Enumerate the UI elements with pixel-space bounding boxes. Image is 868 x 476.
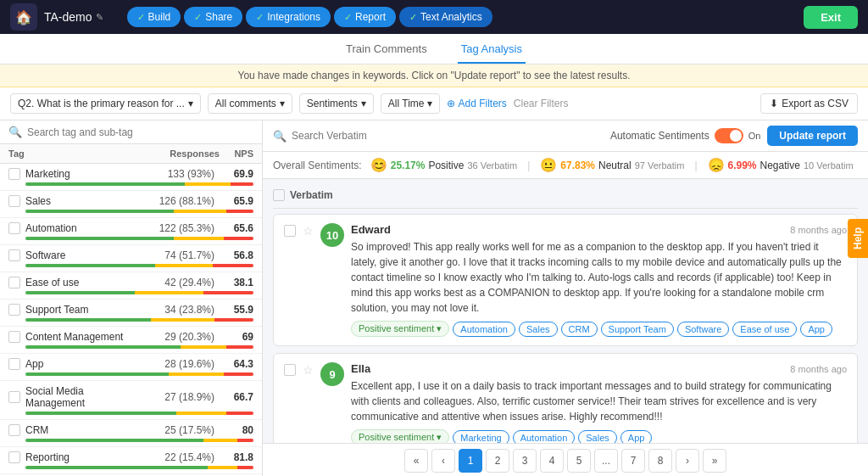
tag-checkbox[interactable] [8, 195, 20, 207]
time-filter[interactable]: All Time ▾ [381, 93, 441, 114]
nav-share[interactable]: ✓ Share [184, 7, 242, 27]
tag-row[interactable]: Content Management 29 (20.3%) 69 [0, 327, 262, 354]
negative-face-icon: 😞 [708, 157, 725, 173]
tag-row[interactable]: Social Media Management 27 (18.9%) 66.7 [0, 381, 262, 420]
tag-chip[interactable]: Automation [513, 430, 576, 444]
tag-chip[interactable]: App [620, 430, 653, 444]
tag-row[interactable]: Reporting 22 (15.4%) 81.8 [0, 447, 262, 474]
help-tab[interactable]: Help [848, 218, 868, 257]
page-last-button[interactable]: » [703, 449, 726, 473]
tag-responses: 34 (23.8%) [138, 304, 214, 316]
nav-text-analytics[interactable]: ✓ Text Analytics [399, 7, 492, 27]
tag-nps: 81.8 [220, 451, 253, 463]
add-filter-button[interactable]: ⊕ Add Filters [447, 98, 506, 109]
select-all-checkbox[interactable] [273, 189, 285, 201]
tag-nps: 64.3 [220, 358, 253, 370]
auto-sentiment-toggle: Automatic Sentiments On [610, 128, 760, 143]
clear-filter-button[interactable]: Clear Filters [514, 98, 569, 109]
tag-row[interactable]: Sales 126 (88.1%) 65.9 [0, 191, 262, 218]
tag-table: Tag Responses NPS Marketing 133 (93%) 69… [0, 144, 262, 476]
page-8-button[interactable]: 8 [648, 449, 672, 473]
top-nav: 🏠 TA-demo ✎ ✓ Build ✓ Share ✓ Integratio… [0, 0, 868, 34]
tag-checkbox[interactable] [8, 391, 20, 403]
tag-responses: 22 (15.4%) [138, 451, 214, 463]
comment-type-filter[interactable]: All comments ▾ [208, 93, 292, 114]
tag-chip[interactable]: CRM [561, 322, 598, 337]
tag-bar [25, 237, 253, 240]
question-filter[interactable]: Q2. What is the primary reason for ... ▾ [10, 93, 201, 114]
tag-checkbox[interactable] [8, 424, 20, 436]
tag-row[interactable]: Marketing 133 (93%) 69.9 [0, 164, 262, 191]
comment-text: Excellent app, I use it on a daily basis… [351, 378, 847, 424]
tag-chip[interactable]: Sales [519, 322, 558, 337]
chevron-down-icon: ▾ [361, 98, 366, 109]
page-prev-button[interactable]: ‹ [431, 449, 455, 473]
tag-chip[interactable]: Ease of use [732, 322, 797, 337]
page-2-button[interactable]: 2 [486, 449, 509, 473]
star-icon[interactable]: ☆ [303, 224, 314, 238]
tag-checkbox[interactable] [8, 304, 20, 316]
comment-tags: Positive sentiment ▾MarketingAutomationS… [351, 429, 847, 443]
tag-chip[interactable]: App [800, 322, 832, 337]
tag-chip[interactable]: Sales [578, 430, 617, 444]
tag-checkbox[interactable] [8, 358, 20, 370]
tag-chip[interactable]: Support Team [601, 322, 674, 337]
tag-checkbox[interactable] [8, 222, 20, 234]
page-1-button[interactable]: 1 [459, 449, 482, 473]
tag-row[interactable]: Software 74 (51.7%) 56.8 [0, 245, 262, 272]
comment-checkbox[interactable] [284, 364, 296, 376]
nav-integrations[interactable]: ✓ Integrations [246, 7, 331, 27]
verbatim-search-input[interactable] [292, 130, 419, 142]
export-csv-button[interactable]: ⬇ Export as CSV [760, 93, 858, 114]
page-4-button[interactable]: 4 [540, 449, 564, 473]
page-next-button[interactable]: › [676, 449, 699, 473]
tag-chip[interactable]: Software [677, 322, 729, 337]
tag-name: CRM [25, 424, 133, 436]
page-3-button[interactable]: 3 [513, 449, 537, 473]
comment-text: So improved! This app really works well … [351, 239, 847, 316]
update-report-button[interactable]: Update report [767, 126, 858, 146]
tag-row[interactable]: Support Team 34 (23.8%) 55.9 [0, 300, 262, 327]
exit-button[interactable]: Exit [804, 6, 858, 29]
verbatim-search-container: 🔍 [273, 130, 604, 143]
comment-checkbox[interactable] [284, 225, 296, 237]
tag-name: Software [25, 249, 133, 261]
author-row: Ella 8 months ago [351, 362, 847, 375]
nav-report[interactable]: ✓ Report [334, 7, 396, 27]
star-icon[interactable]: ☆ [303, 363, 314, 377]
sep1: | [527, 160, 530, 171]
tag-checkbox[interactable] [8, 249, 20, 261]
tag-row[interactable]: App 28 (19.6%) 64.3 [0, 354, 262, 381]
tag-checkbox[interactable] [8, 331, 20, 343]
sentiment-chip[interactable]: Positive sentiment ▾ [351, 321, 449, 337]
sentiment-toggle[interactable] [715, 128, 743, 143]
tag-chip[interactable]: Marketing [453, 430, 509, 444]
tag-name: Social Media Management [25, 385, 133, 409]
nav-build[interactable]: ✓ Build [127, 7, 181, 27]
page-first-button[interactable]: « [404, 449, 428, 473]
neutral-count: 97 Verbatim [635, 160, 685, 171]
tag-search-input[interactable] [27, 126, 253, 138]
home-button[interactable]: 🏠 [10, 3, 37, 31]
tag-bar [25, 412, 253, 415]
tag-row[interactable]: Ease of use 42 (29.4%) 38.1 [0, 272, 262, 300]
sentiment-chip[interactable]: Positive sentiment ▾ [351, 429, 449, 443]
tag-name: Automation [25, 222, 133, 234]
comment-type-label: All comments [215, 98, 276, 109]
edit-project-icon[interactable]: ✎ [96, 12, 103, 23]
time-label: All Time [388, 98, 425, 109]
page-7-button[interactable]: 7 [621, 449, 645, 473]
tag-row[interactable]: CRM 25 (17.5%) 80 [0, 420, 262, 447]
tag-row[interactable]: Automation 122 (85.3%) 65.6 [0, 218, 262, 245]
tag-checkbox[interactable] [8, 277, 20, 288]
page-5-button[interactable]: 5 [567, 449, 591, 473]
tab-train-comments[interactable]: Train Comments [342, 36, 431, 64]
tag-chip[interactable]: Automation [453, 322, 515, 337]
tag-search-container: 🔍 [0, 120, 262, 144]
sentiment-filter[interactable]: Sentiments ▾ [299, 93, 374, 114]
tab-tag-analysis[interactable]: Tag Analysis [458, 36, 526, 64]
score-badge: 10 [320, 223, 344, 247]
tag-checkbox[interactable] [8, 451, 20, 463]
tag-checkbox[interactable] [8, 168, 20, 180]
overall-sentiment-label: Overall Sentiments: [273, 160, 362, 171]
